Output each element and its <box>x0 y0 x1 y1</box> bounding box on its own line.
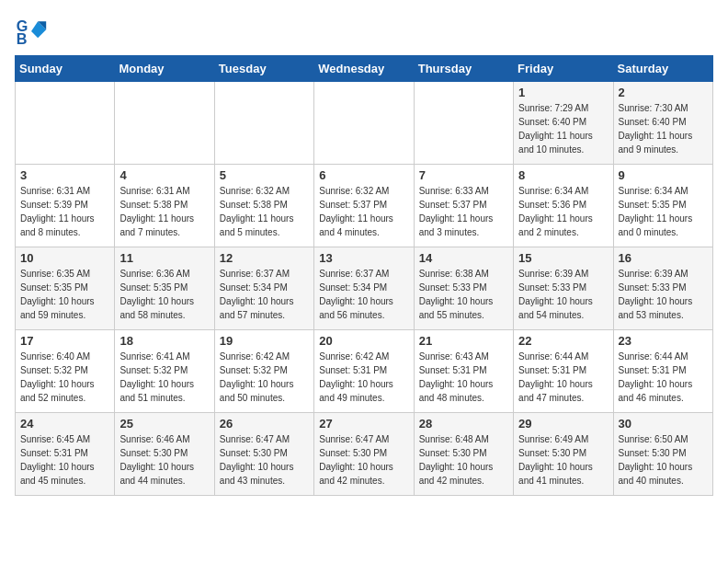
day-number: 27 <box>319 417 408 431</box>
day-number: 10 <box>20 251 109 265</box>
calendar-cell <box>414 82 513 165</box>
calendar-cell: 2Sunrise: 7:30 AM Sunset: 6:40 PM Daylig… <box>613 82 712 165</box>
day-number: 5 <box>220 168 309 182</box>
calendar-table: SundayMondayTuesdayWednesdayThursdayFrid… <box>15 55 713 496</box>
calendar-cell: 16Sunrise: 6:39 AM Sunset: 5:33 PM Dayli… <box>613 247 712 330</box>
calendar-cell: 28Sunrise: 6:48 AM Sunset: 5:30 PM Dayli… <box>414 413 513 496</box>
day-info: Sunrise: 6:47 AM Sunset: 5:30 PM Dayligh… <box>220 432 309 488</box>
day-info: Sunrise: 6:42 AM Sunset: 5:31 PM Dayligh… <box>319 350 408 405</box>
day-info: Sunrise: 6:32 AM Sunset: 5:37 PM Dayligh… <box>319 184 408 239</box>
day-info: Sunrise: 6:32 AM Sunset: 5:38 PM Dayligh… <box>220 184 309 239</box>
day-info: Sunrise: 6:34 AM Sunset: 5:35 PM Dayligh… <box>619 184 708 239</box>
calendar-week: 17Sunrise: 6:40 AM Sunset: 5:32 PM Dayli… <box>16 330 713 413</box>
calendar-cell: 27Sunrise: 6:47 AM Sunset: 5:30 PM Dayli… <box>314 413 414 496</box>
day-number: 6 <box>319 168 408 182</box>
calendar-cell: 26Sunrise: 6:47 AM Sunset: 5:30 PM Dayli… <box>214 413 313 496</box>
calendar-cell: 20Sunrise: 6:42 AM Sunset: 5:31 PM Dayli… <box>314 330 414 413</box>
calendar-cell: 19Sunrise: 6:42 AM Sunset: 5:32 PM Dayli… <box>214 330 313 413</box>
calendar-cell <box>214 82 313 165</box>
calendar-cell: 18Sunrise: 6:41 AM Sunset: 5:32 PM Dayli… <box>115 330 214 413</box>
day-info: Sunrise: 6:44 AM Sunset: 5:31 PM Dayligh… <box>518 350 608 405</box>
day-number: 16 <box>619 251 708 265</box>
day-info: Sunrise: 6:43 AM Sunset: 5:31 PM Dayligh… <box>419 350 508 405</box>
calendar-cell: 8Sunrise: 6:34 AM Sunset: 5:36 PM Daylig… <box>514 165 613 247</box>
calendar-cell: 21Sunrise: 6:43 AM Sunset: 5:31 PM Dayli… <box>414 330 513 413</box>
day-number: 26 <box>220 417 309 431</box>
calendar-cell <box>115 82 214 165</box>
day-info: Sunrise: 6:37 AM Sunset: 5:34 PM Dayligh… <box>319 267 408 322</box>
calendar-cell: 5Sunrise: 6:32 AM Sunset: 5:38 PM Daylig… <box>214 165 313 247</box>
calendar-cell: 10Sunrise: 6:35 AM Sunset: 5:35 PM Dayli… <box>16 247 115 330</box>
day-number: 9 <box>619 168 708 182</box>
calendar-cell: 24Sunrise: 6:45 AM Sunset: 5:31 PM Dayli… <box>16 413 115 496</box>
calendar-cell: 4Sunrise: 6:31 AM Sunset: 5:38 PM Daylig… <box>115 165 214 247</box>
day-info: Sunrise: 7:30 AM Sunset: 6:40 PM Dayligh… <box>619 101 708 156</box>
day-number: 22 <box>518 334 608 348</box>
calendar-week: 10Sunrise: 6:35 AM Sunset: 5:35 PM Dayli… <box>16 247 713 330</box>
day-number: 14 <box>419 251 508 265</box>
day-info: Sunrise: 6:31 AM Sunset: 5:38 PM Dayligh… <box>119 184 209 239</box>
calendar-cell: 12Sunrise: 6:37 AM Sunset: 5:34 PM Dayli… <box>214 247 313 330</box>
day-info: Sunrise: 6:37 AM Sunset: 5:34 PM Dayligh… <box>220 267 309 322</box>
weekday-header: Tuesday <box>214 56 313 82</box>
day-info: Sunrise: 6:38 AM Sunset: 5:33 PM Dayligh… <box>419 267 508 322</box>
calendar-cell: 11Sunrise: 6:36 AM Sunset: 5:35 PM Dayli… <box>115 247 214 330</box>
day-info: Sunrise: 6:45 AM Sunset: 5:31 PM Dayligh… <box>20 432 109 488</box>
day-number: 20 <box>319 334 408 348</box>
calendar-cell: 7Sunrise: 6:33 AM Sunset: 5:37 PM Daylig… <box>414 165 513 247</box>
weekday-header: Thursday <box>414 56 513 82</box>
day-info: Sunrise: 6:34 AM Sunset: 5:36 PM Dayligh… <box>518 184 608 239</box>
day-number: 19 <box>220 334 309 348</box>
day-number: 17 <box>20 334 109 348</box>
day-info: Sunrise: 6:44 AM Sunset: 5:31 PM Dayligh… <box>619 350 708 405</box>
weekday-header: Friday <box>514 56 613 82</box>
weekday-header: Monday <box>115 56 214 82</box>
calendar-cell: 22Sunrise: 6:44 AM Sunset: 5:31 PM Dayli… <box>514 330 613 413</box>
day-number: 12 <box>220 251 309 265</box>
weekday-header: Wednesday <box>314 56 414 82</box>
day-info: Sunrise: 6:31 AM Sunset: 5:39 PM Dayligh… <box>20 184 109 239</box>
day-number: 25 <box>119 417 209 431</box>
calendar-cell: 29Sunrise: 6:49 AM Sunset: 5:30 PM Dayli… <box>514 413 613 496</box>
day-number: 11 <box>119 251 209 265</box>
calendar-cell <box>314 82 414 165</box>
calendar-week: 1Sunrise: 7:29 AM Sunset: 6:40 PM Daylig… <box>16 82 713 165</box>
weekday-header: Sunday <box>16 56 115 82</box>
day-info: Sunrise: 6:35 AM Sunset: 5:35 PM Dayligh… <box>20 267 109 322</box>
day-number: 13 <box>319 251 408 265</box>
day-number: 30 <box>619 417 708 431</box>
svg-text:B: B <box>17 30 28 47</box>
calendar-cell: 30Sunrise: 6:50 AM Sunset: 5:30 PM Dayli… <box>613 413 712 496</box>
calendar-cell: 6Sunrise: 6:32 AM Sunset: 5:37 PM Daylig… <box>314 165 414 247</box>
calendar-cell: 3Sunrise: 6:31 AM Sunset: 5:39 PM Daylig… <box>16 165 115 247</box>
day-info: Sunrise: 6:39 AM Sunset: 5:33 PM Dayligh… <box>518 267 608 322</box>
day-info: Sunrise: 6:48 AM Sunset: 5:30 PM Dayligh… <box>419 432 508 488</box>
day-info: Sunrise: 6:40 AM Sunset: 5:32 PM Dayligh… <box>20 350 109 405</box>
calendar-cell: 15Sunrise: 6:39 AM Sunset: 5:33 PM Dayli… <box>514 247 613 330</box>
calendar-cell <box>16 82 115 165</box>
day-info: Sunrise: 6:46 AM Sunset: 5:30 PM Dayligh… <box>119 432 209 488</box>
day-number: 21 <box>419 334 508 348</box>
day-number: 24 <box>20 417 109 431</box>
calendar-cell: 9Sunrise: 6:34 AM Sunset: 5:35 PM Daylig… <box>613 165 712 247</box>
day-number: 2 <box>619 86 708 99</box>
day-number: 4 <box>119 168 209 182</box>
day-number: 23 <box>619 334 708 348</box>
day-number: 28 <box>419 417 508 431</box>
page-header: G B <box>15 15 713 48</box>
calendar-cell: 25Sunrise: 6:46 AM Sunset: 5:30 PM Dayli… <box>115 413 214 496</box>
day-info: Sunrise: 6:50 AM Sunset: 5:30 PM Dayligh… <box>619 432 708 488</box>
day-number: 29 <box>518 417 608 431</box>
day-number: 15 <box>518 251 608 265</box>
day-info: Sunrise: 7:29 AM Sunset: 6:40 PM Dayligh… <box>518 101 608 156</box>
calendar-cell: 1Sunrise: 7:29 AM Sunset: 6:40 PM Daylig… <box>514 82 613 165</box>
day-info: Sunrise: 6:42 AM Sunset: 5:32 PM Dayligh… <box>220 350 309 405</box>
day-number: 3 <box>20 168 109 182</box>
logo-icon: G B <box>15 15 48 48</box>
day-info: Sunrise: 6:39 AM Sunset: 5:33 PM Dayligh… <box>619 267 708 322</box>
day-number: 18 <box>119 334 209 348</box>
calendar-cell: 17Sunrise: 6:40 AM Sunset: 5:32 PM Dayli… <box>16 330 115 413</box>
day-info: Sunrise: 6:33 AM Sunset: 5:37 PM Dayligh… <box>419 184 508 239</box>
calendar-cell: 13Sunrise: 6:37 AM Sunset: 5:34 PM Dayli… <box>314 247 414 330</box>
calendar-cell: 23Sunrise: 6:44 AM Sunset: 5:31 PM Dayli… <box>613 330 712 413</box>
